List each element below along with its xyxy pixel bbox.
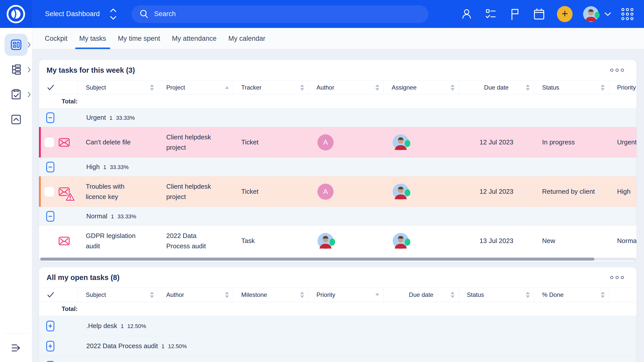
sidebar-item-projects[interactable] [0, 59, 32, 81]
check-icon [47, 84, 55, 91]
column-header-due-date[interactable]: Due date [459, 81, 534, 94]
row-checkbox[interactable] [45, 138, 54, 147]
panel-title: All my open tasks (8) [47, 273, 119, 282]
column-header-priority[interactable]: Priority [308, 288, 384, 302]
online-status-dot [595, 12, 600, 18]
panel-options-menu-icon[interactable] [609, 67, 625, 73]
task-subject[interactable]: GDPR legislation audit [78, 231, 158, 251]
priority-color-bar [39, 127, 41, 157]
row-checkbox[interactable] [45, 236, 54, 246]
expand-group-icon[interactable] [46, 321, 54, 331]
top-bar: Select Dashboard + [0, 0, 644, 28]
collapse-group-icon[interactable] [46, 162, 54, 172]
total-row: Total: [39, 94, 636, 108]
search-input[interactable] [154, 10, 381, 18]
online-status-dot [405, 189, 410, 196]
panel-options-menu-icon[interactable] [609, 274, 625, 280]
column-header-due-date[interactable]: Due date [384, 288, 459, 302]
row-checkbox[interactable] [45, 187, 54, 196]
tab-my-calendar[interactable]: My calendar [224, 28, 269, 49]
task-author[interactable] [308, 233, 384, 249]
group-row-help-desk[interactable]: .Help desk112.50% [39, 316, 636, 336]
task-row-gdpr-audit[interactable]: GDPR legislation audit 2022 Data Process… [39, 225, 636, 256]
avatar-chevron-down-icon[interactable] [604, 12, 611, 16]
group-row-urgent[interactable]: Urgent133.33% [39, 108, 636, 127]
column-header-author[interactable]: Author [158, 288, 233, 302]
task-project[interactable]: Client helpdesk project [158, 132, 233, 152]
task-assignee[interactable] [384, 233, 459, 249]
scrollbar-thumb[interactable] [40, 258, 594, 261]
tab-my-tasks[interactable]: My tasks [75, 28, 110, 49]
tasks-checklist-icon[interactable] [485, 8, 497, 20]
task-author[interactable]: A [308, 184, 384, 200]
task-subject[interactable]: Can't delete file [78, 137, 158, 147]
task-status: New [534, 236, 609, 246]
task-due-date: 12 Jul 2023 [459, 137, 534, 147]
tab-cockpit[interactable]: Cockpit [41, 28, 71, 49]
sidebar-item-dashboard[interactable] [0, 34, 32, 56]
online-status-dot [330, 238, 335, 246]
task-assignee[interactable] [384, 134, 459, 150]
column-header-subject[interactable]: Subject [78, 288, 158, 302]
sidebar-item-archive[interactable] [0, 108, 32, 131]
horizontal-scrollbar[interactable] [40, 258, 636, 261]
search-bar[interactable] [132, 5, 428, 23]
apps-grid-icon[interactable] [621, 8, 633, 20]
dashboard-icon [5, 34, 28, 56]
task-row-cant-delete-file[interactable]: Can't delete file Client helpdesk projec… [39, 127, 636, 157]
calendar-icon[interactable] [533, 8, 545, 20]
select-all-header[interactable] [39, 81, 78, 94]
group-row-partial[interactable] [39, 356, 636, 362]
email-origin-icon [58, 187, 70, 197]
task-due-date: 12 Jul 2023 [459, 186, 534, 196]
chevron-up-down-icon [109, 8, 117, 21]
left-sidebar [0, 28, 32, 362]
group-row-2022-data-process-audit[interactable]: 2022 Data Process audit112.50% [39, 336, 636, 356]
column-header-status[interactable]: Status [534, 81, 609, 94]
collapse-group-icon[interactable] [46, 112, 54, 123]
tasks-week-table: Subject Project Tracker Author Assignee … [39, 81, 636, 261]
flag-icon[interactable] [509, 8, 521, 20]
check-icon [47, 292, 55, 298]
easy-project-logo-icon [6, 4, 26, 24]
column-header-status[interactable]: Status [459, 288, 534, 302]
column-header-percent-done[interactable]: % Done [534, 288, 609, 302]
column-header-tracker[interactable]: Tracker [233, 81, 308, 94]
collapse-group-icon[interactable] [46, 211, 54, 222]
task-assignee[interactable] [384, 184, 459, 200]
panel-all-open-tasks: All my open tasks (8) Subject Author Mil… [39, 267, 636, 362]
group-row-high[interactable]: High133.33% [39, 157, 636, 176]
column-header-milestone[interactable]: Milestone [233, 288, 308, 302]
author-avatar[interactable]: A [317, 134, 334, 150]
create-new-button[interactable]: + [557, 6, 573, 22]
select-all-header[interactable] [39, 288, 78, 302]
dashboard-selector-label: Select Dashboard [45, 10, 100, 18]
author-avatar[interactable]: A [317, 184, 334, 200]
task-subject[interactable]: Troubles with licence key [78, 181, 158, 202]
dashboard-selector[interactable]: Select Dashboard [45, 8, 117, 21]
app-logo[interactable] [0, 0, 32, 28]
task-row-troubles-licence-key[interactable]: Troubles with licence key Client helpdes… [39, 176, 636, 207]
email-origin-icon [58, 236, 70, 246]
column-header-author[interactable]: Author [308, 81, 384, 94]
expand-group-icon[interactable] [46, 341, 54, 351]
expand-group-icon[interactable] [46, 361, 54, 362]
dashboard-content: My tasks for this week (3) Subject Proje… [32, 49, 644, 362]
task-due-date: 13 Jul 2023 [459, 236, 534, 246]
column-header-assignee[interactable]: Assignee [384, 81, 459, 94]
task-author[interactable]: A [308, 134, 384, 150]
tab-my-attendance[interactable]: My attendance [168, 28, 221, 49]
total-row: Total: [39, 302, 636, 316]
user-avatar[interactable] [583, 6, 599, 22]
sidebar-item-tasks[interactable] [0, 84, 32, 106]
task-tracker: Ticket [233, 186, 308, 196]
tab-my-time-spent[interactable]: My time spent [114, 28, 164, 49]
task-project[interactable]: Client helpdesk project [158, 181, 233, 202]
column-header-subject[interactable]: Subject [78, 81, 158, 94]
group-row-normal[interactable]: Normal133.33% [39, 207, 636, 225]
profile-icon[interactable] [461, 8, 472, 20]
column-header-priority[interactable]: Priority [609, 81, 636, 94]
column-header-project[interactable]: Project [158, 81, 233, 94]
task-project[interactable]: 2022 Data Process audit [158, 231, 233, 251]
expand-sidebar-button[interactable] [10, 341, 23, 354]
